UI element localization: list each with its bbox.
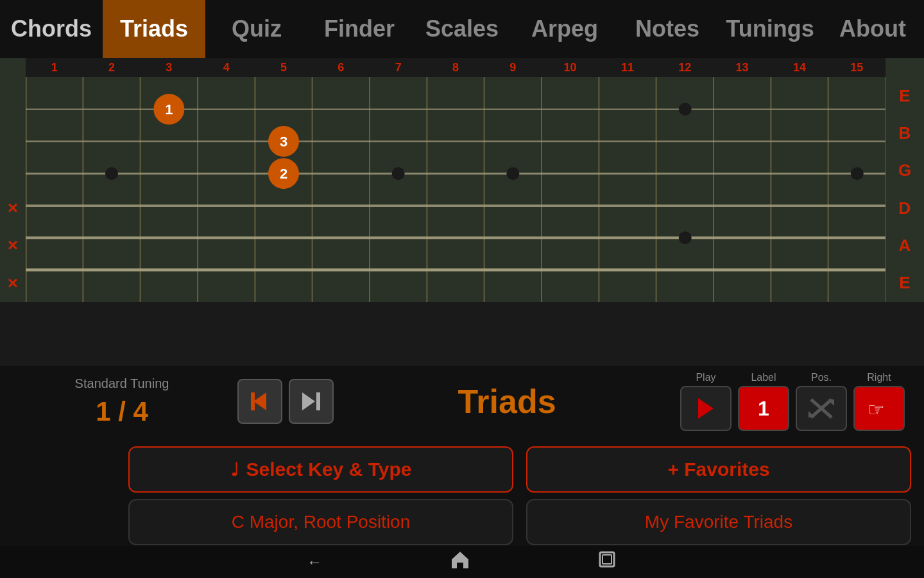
android-back[interactable]: ← <box>307 553 322 571</box>
mute-g: · <box>0 152 26 189</box>
fret-num-5: 5 <box>255 61 312 74</box>
fret-num-8: 8 <box>427 61 484 74</box>
string-labels: E B G D A E <box>886 77 924 302</box>
pos-group: Pos. <box>796 372 847 431</box>
nav-scales[interactable]: Scales <box>411 0 513 58</box>
svg-marker-36 <box>302 392 315 410</box>
play-group: Play <box>680 372 732 431</box>
tuning-info: Standard Tuning 1 / 4 <box>13 376 231 427</box>
svg-marker-34 <box>253 392 266 410</box>
nav-tunings[interactable]: Tunings <box>719 0 821 58</box>
select-key-button[interactable]: ♩ Select Key & Type <box>128 446 513 493</box>
string-b: B <box>886 114 924 152</box>
svg-rect-46 <box>603 555 612 564</box>
string-d: D <box>886 189 924 227</box>
svg-text:☞: ☞ <box>868 399 885 420</box>
position-display: 1 / 4 <box>96 396 148 427</box>
prev-button[interactable] <box>237 379 282 424</box>
mute-e-low: × <box>0 265 26 302</box>
string-e-low: E <box>886 265 924 302</box>
fret-num-2: 2 <box>83 61 140 74</box>
svg-text:1: 1 <box>165 101 173 118</box>
fret-num-14: 14 <box>771 61 828 74</box>
svg-marker-38 <box>698 398 714 419</box>
controls-panel: Standard Tuning 1 / 4 Triads Pla <box>0 366 924 546</box>
android-navigation: ← <box>0 546 924 578</box>
fret-num-3: 3 <box>141 61 198 74</box>
fret-num-13: 13 <box>714 61 771 74</box>
string-a: A <box>886 227 924 264</box>
chord-name-button[interactable]: C Major, Root Position <box>128 499 513 545</box>
nav-arpeg[interactable]: Arpeg <box>513 0 616 58</box>
label-group: Label 1 <box>738 372 789 431</box>
nav-quiz[interactable]: Quiz <box>205 0 308 58</box>
fret-num-12: 12 <box>656 61 714 74</box>
mute-a: × <box>0 227 26 264</box>
right-button[interactable]: ☞ <box>853 386 905 431</box>
tuning-label: Standard Tuning <box>75 376 169 391</box>
nav-chords[interactable]: Chords <box>0 0 103 58</box>
svg-rect-35 <box>251 392 255 410</box>
navigation-buttons <box>237 379 334 424</box>
right-label: Right <box>867 372 891 383</box>
fret-num-4: 4 <box>198 61 255 74</box>
nav-triads[interactable]: Triads <box>103 0 205 58</box>
fret-num-9: 9 <box>484 61 542 74</box>
svg-marker-44 <box>452 552 468 568</box>
svg-point-23 <box>392 167 405 180</box>
mute-b: · <box>0 114 26 152</box>
navigation-bar: Chords Triads Quiz Finder Scales Arpeg N… <box>0 0 924 58</box>
fret-num-6: 6 <box>312 61 370 74</box>
svg-text:2: 2 <box>280 166 287 182</box>
nav-finder[interactable]: Finder <box>308 0 411 58</box>
fret-numbers: 1 2 3 4 5 6 7 8 9 10 11 12 13 14 15 <box>26 58 886 77</box>
pos-label: Pos. <box>811 372 832 383</box>
chord-title-area: Triads <box>334 382 680 421</box>
play-button[interactable] <box>680 386 732 431</box>
music-icon: ♩ <box>230 459 239 480</box>
chord-title: Triads <box>458 382 556 421</box>
fret-num-10: 10 <box>542 61 599 74</box>
svg-point-26 <box>679 103 692 116</box>
fret-num-1: 1 <box>26 61 83 74</box>
android-recents[interactable] <box>598 550 617 574</box>
fretboard-grid: 1 3 2 <box>26 77 886 302</box>
play-label: Play <box>696 372 715 383</box>
favorites-button[interactable]: + Favorites <box>526 446 911 493</box>
right-group: Right ☞ <box>853 372 905 431</box>
nav-about[interactable]: About <box>821 0 924 58</box>
svg-rect-37 <box>316 392 320 410</box>
controls-bottom-row2: C Major, Root Position My Favorite Triad… <box>0 499 924 545</box>
android-home[interactable] <box>450 550 470 574</box>
svg-point-22 <box>105 167 118 180</box>
fret-num-15: 15 <box>828 61 886 74</box>
next-button[interactable] <box>289 379 334 424</box>
right-controls: Play Label 1 Pos. <box>680 372 905 431</box>
fret-num-11: 11 <box>599 61 656 74</box>
my-favorites-button[interactable]: My Favorite Triads <box>526 499 911 545</box>
pos-button[interactable] <box>796 386 847 431</box>
svg-point-27 <box>679 231 692 244</box>
fretboard-area: 1 2 3 4 5 6 7 8 9 10 11 12 13 14 15 · · … <box>0 58 924 302</box>
string-e-high: E <box>886 77 924 114</box>
label-button[interactable]: 1 <box>738 386 789 431</box>
svg-point-24 <box>506 167 519 180</box>
mute-labels: · · · × × × <box>0 77 26 302</box>
string-g: G <box>886 152 924 189</box>
mute-e-high: · <box>0 77 26 114</box>
nav-notes[interactable]: Notes <box>616 0 719 58</box>
fret-num-7: 7 <box>370 61 427 74</box>
controls-bottom-row1: ♩ Select Key & Type + Favorites <box>0 437 924 499</box>
svg-text:3: 3 <box>280 134 287 150</box>
mute-d: × <box>0 189 26 227</box>
controls-top-row: Standard Tuning 1 / 4 Triads Pla <box>0 366 924 437</box>
svg-point-25 <box>851 167 864 180</box>
label-label: Label <box>751 372 776 383</box>
